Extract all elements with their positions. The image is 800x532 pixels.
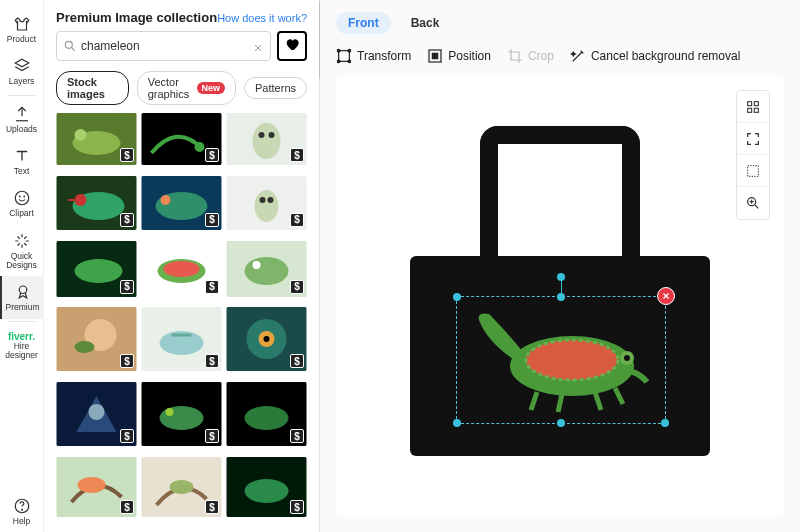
tab-front[interactable]: Front [336, 12, 391, 34]
favorites-button[interactable] [277, 31, 307, 61]
sidebar-label: Clipart [9, 209, 34, 218]
transform-button[interactable]: Transform [336, 48, 411, 64]
thumbnail[interactable]: $ [141, 176, 222, 230]
svg-point-12 [253, 123, 281, 159]
thumbnail[interactable]: $ [141, 457, 222, 517]
transform-icon [336, 48, 352, 64]
resize-handle-tl[interactable] [453, 293, 461, 301]
price-icon: $ [120, 429, 134, 443]
sidebar-item-help[interactable]: Help [0, 490, 44, 532]
sidebar-item-fiverr[interactable]: fiverr. Hire designer [0, 324, 44, 367]
category-tabs: Stock images Vector graphicsNew Patterns [44, 69, 319, 113]
svg-point-58 [337, 60, 340, 63]
how-does-it-work-link[interactable]: How does it work? [217, 12, 307, 24]
cancel-bg-removal-button[interactable]: Cancel background removal [570, 48, 740, 64]
left-sidebar: Product Layers Uploads Text Clipart Quic… [0, 0, 44, 532]
smile-icon [13, 189, 31, 207]
toolbar-label: Position [448, 49, 491, 63]
tab-back[interactable]: Back [399, 12, 452, 34]
tab-label: Stock images [67, 76, 118, 100]
premium-icon [14, 283, 32, 301]
safe-area-button[interactable] [737, 155, 769, 187]
thumbnail[interactable]: $ [226, 382, 307, 446]
thumbnail[interactable]: $ [141, 307, 222, 371]
svg-point-31 [245, 257, 289, 285]
position-icon [427, 48, 443, 64]
svg-point-8 [75, 129, 87, 141]
search-row [44, 31, 319, 69]
thumbnail[interactable]: $ [226, 241, 307, 297]
svg-point-10 [195, 142, 205, 152]
tab-label: Patterns [255, 82, 296, 94]
thumbnail[interactable]: $ [226, 307, 307, 371]
search-box[interactable] [56, 31, 271, 61]
sidebar-item-text[interactable]: Text [0, 140, 44, 182]
fullscreen-button[interactable] [737, 123, 769, 155]
toolbar-label: Transform [357, 49, 411, 63]
thumbnail[interactable]: $ [141, 382, 222, 446]
sidebar-item-quick-designs[interactable]: Quick Designs [0, 225, 44, 277]
sidebar-label: Text [14, 167, 30, 176]
svg-point-24 [268, 197, 274, 203]
svg-point-45 [160, 406, 204, 430]
svg-point-57 [348, 49, 351, 52]
price-icon: $ [120, 354, 134, 368]
svg-point-43 [89, 404, 105, 420]
resize-handle-bl[interactable] [453, 419, 461, 427]
heart-icon [284, 36, 300, 56]
thumbnail[interactable]: $ [56, 307, 137, 371]
thumbnail[interactable]: $ [141, 113, 222, 165]
thumbnail[interactable]: $ [56, 457, 137, 517]
zoom-button[interactable] [737, 187, 769, 219]
crop-button: Crop [507, 48, 554, 64]
svg-rect-66 [748, 165, 759, 176]
price-icon: $ [290, 213, 304, 227]
thumbnail[interactable]: $ [56, 241, 137, 297]
resize-handle-tc[interactable] [557, 293, 565, 301]
svg-point-29 [164, 261, 200, 277]
sidebar-label: Product [7, 35, 36, 44]
sidebar-item-clipart[interactable]: Clipart [0, 182, 44, 224]
thumbnail[interactable]: $ [56, 113, 137, 165]
clear-icon[interactable] [252, 40, 264, 52]
svg-rect-64 [748, 108, 752, 112]
sidebar-item-product[interactable]: Product [0, 8, 44, 50]
canvas-area: Front Back Transform Position Crop Cance… [320, 0, 800, 532]
placed-image[interactable] [467, 302, 657, 420]
sparkle-icon [13, 232, 31, 250]
svg-rect-63 [754, 101, 758, 105]
svg-point-46 [166, 408, 174, 416]
svg-point-41 [264, 336, 270, 342]
svg-point-52 [170, 480, 194, 494]
resize-handle-bc[interactable] [557, 419, 565, 427]
design-stage[interactable] [336, 76, 784, 516]
delete-button[interactable] [657, 287, 675, 305]
selection-box[interactable] [456, 296, 666, 424]
thumbnail[interactable]: $ [141, 241, 222, 297]
position-button[interactable]: Position [427, 48, 491, 64]
svg-point-72 [624, 355, 630, 361]
tab-stock-images[interactable]: Stock images [56, 71, 129, 105]
svg-point-20 [161, 195, 171, 205]
floating-tools [736, 90, 770, 220]
svg-point-5 [65, 41, 72, 48]
svg-point-59 [348, 60, 351, 63]
sidebar-item-uploads[interactable]: Uploads [0, 98, 44, 140]
tab-patterns[interactable]: Patterns [244, 77, 307, 99]
rotate-handle[interactable] [557, 273, 565, 281]
price-icon: $ [205, 213, 219, 227]
thumbnail[interactable]: $ [56, 382, 137, 446]
tab-vector-graphics[interactable]: Vector graphicsNew [137, 71, 236, 105]
sidebar-item-premium[interactable]: Premium [0, 276, 44, 318]
search-input[interactable] [81, 39, 252, 53]
thumbnail-grid: $ $ $ $ $ $ $ $ $ $ $ $ $ $ $ $ $ $ [44, 113, 319, 532]
sidebar-item-layers[interactable]: Layers [0, 50, 44, 92]
price-icon: $ [120, 280, 134, 294]
thumbnail[interactable]: $ [226, 176, 307, 230]
thumbnail[interactable]: $ [226, 457, 307, 517]
design-toolbar: Transform Position Crop Cancel backgroun… [320, 40, 800, 76]
resize-handle-br[interactable] [661, 419, 669, 427]
grid-view-button[interactable] [737, 91, 769, 123]
thumbnail[interactable]: $ [56, 176, 137, 230]
thumbnail[interactable]: $ [226, 113, 307, 165]
